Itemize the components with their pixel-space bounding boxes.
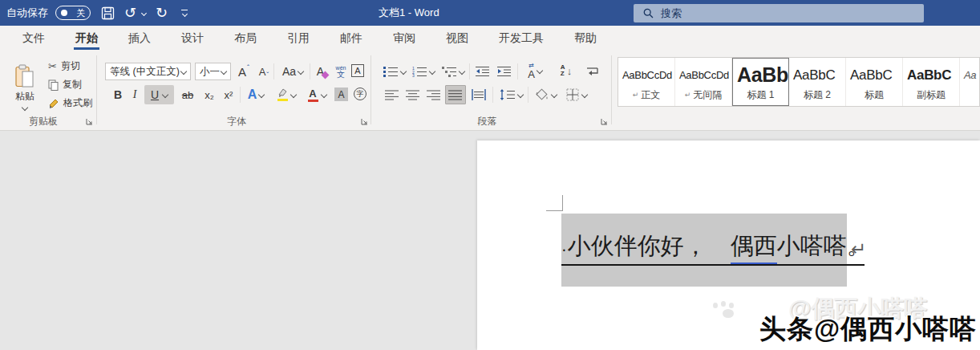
style-label: 正文 (641, 88, 660, 102)
bold-button[interactable]: B (111, 85, 125, 104)
document-page[interactable]: ·小伙伴你好， 偶西小嗒嗒。 ↵ @偶西小嗒嗒 头条@偶西小嗒嗒 (477, 140, 980, 350)
change-case-button[interactable]: Aa (279, 63, 306, 80)
shading-button[interactable] (533, 85, 558, 104)
text-effects-icon: A (248, 88, 257, 102)
highlight-color-button[interactable] (273, 85, 300, 104)
align-center-button[interactable] (404, 85, 422, 104)
tab-help[interactable]: 帮助 (559, 26, 612, 51)
chevron-down-icon (581, 92, 588, 98)
align-right-button[interactable] (425, 85, 443, 104)
dialog-launcher-icon (360, 117, 369, 126)
enclose-characters-icon: 字 (354, 88, 366, 100)
font-dialog-launcher[interactable] (360, 117, 369, 126)
style-preview: Aa (960, 63, 980, 88)
justify-button[interactable] (445, 85, 466, 104)
shrink-font-button[interactable]: Aˇ (254, 63, 273, 80)
search-input[interactable]: 搜索 (634, 4, 924, 22)
document-text-line[interactable]: ·小伙伴你好， 偶西小嗒嗒。 (561, 218, 865, 266)
font-name-value: 等线 (中文正文) (110, 65, 180, 79)
numbering-button[interactable]: 123 (411, 63, 436, 80)
title-bar: 自动保存 关 ↺ ↻ 文档1 - Word (0, 0, 980, 26)
font-color-swatch (308, 100, 318, 102)
font-color-button[interactable]: A (305, 85, 329, 104)
chevron-down-icon (290, 92, 297, 98)
undo-dropdown[interactable] (142, 0, 146, 26)
tab-review[interactable]: 审阅 (378, 26, 431, 51)
style-preview: AaBbC (733, 63, 788, 88)
copy-button[interactable]: 复制 (48, 76, 82, 93)
scissors-icon: ✂ (48, 60, 57, 72)
character-shading-icon: A (334, 88, 348, 101)
style-normal[interactable]: AaBbCcDd ↵正文 (618, 58, 675, 106)
style-no-spacing[interactable]: AaBbCcDd ↵无间隔 (675, 58, 732, 106)
multilevel-list-button[interactable] (439, 63, 467, 80)
style-title[interactable]: AaBbC 标题 (846, 58, 903, 106)
chevron-down-icon (221, 68, 227, 75)
enclose-characters-button[interactable]: 字 (354, 88, 366, 100)
group-separator (371, 55, 371, 124)
clear-formatting-button[interactable]: A (314, 63, 331, 80)
underline-button[interactable]: U (144, 85, 174, 104)
strikethrough-button[interactable]: ab (178, 85, 197, 104)
superscript-button[interactable]: x² (220, 85, 237, 104)
line-spacing-button[interactable] (497, 85, 524, 104)
clipboard-dialog-launcher[interactable] (85, 117, 94, 126)
style-heading1[interactable]: AaBbC 标题 1 (732, 58, 789, 106)
increase-indent-button[interactable] (495, 63, 514, 80)
style-label: 副标题 (917, 88, 946, 102)
tab-layout[interactable]: 布局 (219, 26, 272, 51)
align-left-button[interactable] (383, 85, 401, 104)
style-subtitle[interactable]: AaBbC 副标题 (903, 58, 960, 106)
tab-mailings[interactable]: 邮件 (325, 26, 378, 51)
tab-references[interactable]: 引用 (272, 26, 325, 51)
tab-home[interactable]: 开始 (60, 26, 113, 51)
paragraph-dialog-launcher[interactable] (600, 117, 609, 126)
show-formatting-marks-button[interactable] (583, 61, 604, 80)
tab-file[interactable]: 文件 (7, 26, 60, 51)
chevron-down-icon (141, 10, 147, 15)
ribbon: 粘贴 ✂ 剪切 复制 格式刷 剪贴板 (0, 51, 980, 131)
font-name-select[interactable]: 等线 (中文正文) (105, 63, 191, 80)
tab-insert[interactable]: 插入 (113, 26, 166, 51)
italic-button[interactable]: I (128, 85, 141, 104)
tab-design[interactable]: 设计 (166, 26, 219, 51)
borders-button[interactable] (563, 85, 590, 104)
redo-button[interactable]: ↻ (156, 0, 168, 26)
autosave-toggle[interactable]: 关 (55, 0, 91, 26)
paste-button[interactable]: 粘贴 (6, 56, 43, 117)
styles-gallery: AaBbCcDd ↵正文 AaBbCcDd ↵无间隔 AaBbC 标题 1 Aa… (618, 57, 980, 107)
save-button[interactable] (101, 0, 115, 26)
cut-button[interactable]: ✂ 剪切 (48, 58, 80, 75)
multilevel-list-icon (442, 66, 457, 77)
tab-view[interactable]: 视图 (431, 26, 484, 51)
separator (469, 63, 470, 79)
customize-quick-access-button[interactable] (181, 0, 188, 26)
character-border-button[interactable]: A (351, 64, 364, 77)
subscript-button[interactable]: x₂ (200, 85, 218, 104)
style-heading2[interactable]: AaBbC 标题 2 (789, 58, 846, 106)
separator (273, 63, 274, 79)
autosave-state: 关 (76, 9, 85, 18)
format-painter-button[interactable]: 格式刷 (48, 95, 92, 112)
asian-layout-button[interactable]: ⇄ A (521, 61, 549, 80)
chevron-down-icon (258, 92, 265, 98)
character-shading-button[interactable]: A (334, 88, 348, 101)
superscript-icon: x² (225, 89, 233, 101)
distribute-button[interactable] (469, 85, 488, 104)
pinyin-guide-button[interactable]: wén 文 (333, 63, 349, 80)
sort-button[interactable]: A Z ↓ (555, 61, 577, 80)
grow-font-button[interactable]: Aˆ (234, 63, 253, 80)
font-size-select[interactable]: 小一 (195, 63, 231, 80)
bullets-button[interactable] (382, 63, 407, 80)
decrease-indent-button[interactable] (473, 63, 492, 80)
font-color-icon: A (308, 88, 318, 102)
undo-button[interactable]: ↺ (124, 0, 136, 26)
style-subtle-emphasis[interactable]: Aa 不 (960, 58, 980, 106)
tab-developer[interactable]: 开发工具 (484, 26, 559, 51)
style-label: 标题 2 (804, 88, 831, 102)
group-separator (96, 55, 97, 124)
increase-indent-icon (497, 66, 512, 77)
text-effects-button[interactable]: A (244, 85, 268, 104)
format-painter-label: 格式刷 (63, 96, 92, 110)
line-spacing-icon (500, 89, 516, 100)
